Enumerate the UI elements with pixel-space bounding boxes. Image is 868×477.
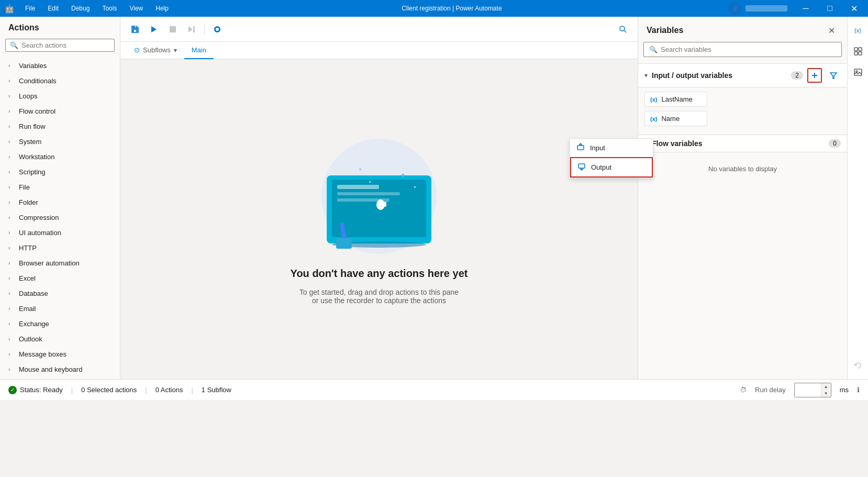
save-button[interactable] [127,21,143,38]
chevron-icon: › [8,351,15,357]
action-item-exchange[interactable]: › Exchange [0,316,120,331]
svg-point-5 [216,28,219,31]
selected-actions-count: 0 Selected actions [81,386,137,394]
canvas-search-button[interactable] [615,21,631,38]
action-item-label: Compression [19,214,59,221]
action-item-run-flow[interactable]: › Run flow [0,119,120,134]
action-item-browser-automation[interactable]: › Browser automation [0,256,120,271]
action-item-database[interactable]: › Database [0,286,120,301]
variables-search-box[interactable]: 🔍 [643,42,842,57]
menu-view[interactable]: View [123,0,149,17]
svg-rect-1 [170,26,176,32]
action-item-loops[interactable]: › Loops [0,88,120,104]
variable-item-name[interactable]: (x) Name [644,111,707,126]
run-delay-value[interactable]: 100 [795,384,821,395]
svg-marker-27 [830,73,837,79]
run-delay-input-group: 100 ▲ ▼ [794,383,831,397]
status-indicator: ✓ [8,386,17,394]
chevron-icon: › [8,124,15,129]
actions-search-box[interactable]: 🔍 [5,39,115,52]
action-item-http[interactable]: › HTTP [0,240,120,256]
action-item-scripting[interactable]: › Scripting [0,164,120,180]
svg-rect-33 [854,48,858,51]
svg-rect-34 [859,48,862,51]
input-output-section-header[interactable]: ▾ Input / output variables 2 [638,63,847,87]
titlebar-right: 👤 ─ □ ✕ [729,0,868,17]
menu-tools[interactable]: Tools [96,0,123,17]
action-item-flow-control[interactable]: › Flow control [0,104,120,119]
action-item-outlook[interactable]: › Outlook [0,331,120,347]
status-text: Status: Ready [20,386,63,394]
next-button[interactable] [183,21,200,38]
variables-toggle-icon[interactable]: {x} [849,21,867,40]
chevron-icon: › [8,154,15,160]
action-item-ui-automation[interactable]: › UI automation [0,225,120,240]
variable-type-icon: (x) [650,116,657,122]
undo-icon[interactable] [849,356,867,375]
canvas-empty-subtitle: To get started, drag and drop actions to… [299,288,459,305]
close-button[interactable]: ✕ [842,0,866,17]
record-button[interactable] [209,21,226,38]
action-item-compression[interactable]: › Compression [0,210,120,225]
section-chevron-icon: ▾ [644,72,648,79]
action-item-mouse-keyboard[interactable]: › Mouse and keyboard [0,362,120,377]
action-item-label: Excel [19,274,36,282]
actions-search-input[interactable] [21,41,110,49]
svg-marker-2 [188,26,193,32]
action-item-message-boxes[interactable]: › Message boxes [0,347,120,362]
add-variable-button[interactable] [807,68,822,83]
minimize-button[interactable]: ─ [794,0,818,17]
svg-text:✦: ✦ [358,167,362,172]
action-item-workstation[interactable]: › Workstation [0,149,120,164]
svg-rect-17 [384,202,386,207]
info-icon[interactable]: ℹ [857,386,860,394]
action-item-conditionals[interactable]: › Conditionals [0,73,120,88]
subflows-tab[interactable]: ⊙ Subflows ▾ [127,42,184,59]
menu-debug[interactable]: Debug [65,0,96,17]
variables-search-icon: 🔍 [649,46,658,53]
svg-rect-11 [337,185,379,189]
chevron-icon: › [8,321,15,327]
main-tab[interactable]: Main [184,42,214,59]
window-title: Client registration | Power Automate [175,5,729,12]
action-item-email[interactable]: › Email [0,301,120,316]
action-item-label: Workstation [19,153,54,161]
stop-button[interactable] [164,21,181,38]
flow-variables-section-title: Flow variables [652,139,825,148]
statusbar-sep1: | [71,386,73,394]
action-item-variables[interactable]: › Variables [0,58,120,73]
run-delay-increment[interactable]: ▲ [821,383,831,390]
menu-edit[interactable]: Edit [41,0,65,17]
run-button[interactable] [146,21,162,38]
add-input-option[interactable]: Input [638,139,653,157]
chevron-icon: › [8,78,15,84]
actions-search-icon: 🔍 [10,41,18,49]
menu-help[interactable]: Help [149,0,175,17]
action-item-label: Loops [19,92,37,100]
assets-icon[interactable] [849,42,867,61]
maximize-button[interactable]: □ [818,0,842,17]
action-item-label: Flow control [19,107,55,115]
image-icon[interactable] [849,63,867,82]
filter-variables-button[interactable] [826,68,841,83]
run-delay-decrement[interactable]: ▼ [821,390,831,397]
action-item-excel[interactable]: › Excel [0,271,120,286]
variables-search-input[interactable] [661,46,836,53]
svg-rect-12 [337,192,400,195]
action-item-label: Variables [19,62,47,70]
variables-panel: Variables ✕ 🔍 ▾ Input / output variables… [638,17,847,379]
action-item-folder[interactable]: › Folder [0,195,120,210]
chevron-icon: › [8,306,15,312]
svg-rect-16 [382,201,384,207]
action-item-file[interactable]: › File [0,180,120,195]
action-item-system[interactable]: › System [0,134,120,149]
add-output-option[interactable]: Output [638,157,653,178]
chevron-icon: › [8,230,15,236]
input-output-section: ▾ Input / output variables 2 (x) [638,63,847,130]
flow-variables-section-header[interactable]: ▾ Flow variables 0 [638,135,847,152]
menu-file[interactable]: File [19,0,41,17]
run-delay-label: Run delay [755,386,786,394]
subflow-count: 1 Subflow [202,386,231,394]
variables-close-button[interactable]: ✕ [824,23,839,38]
variable-item-lastname[interactable]: (x) LastName [644,92,707,107]
